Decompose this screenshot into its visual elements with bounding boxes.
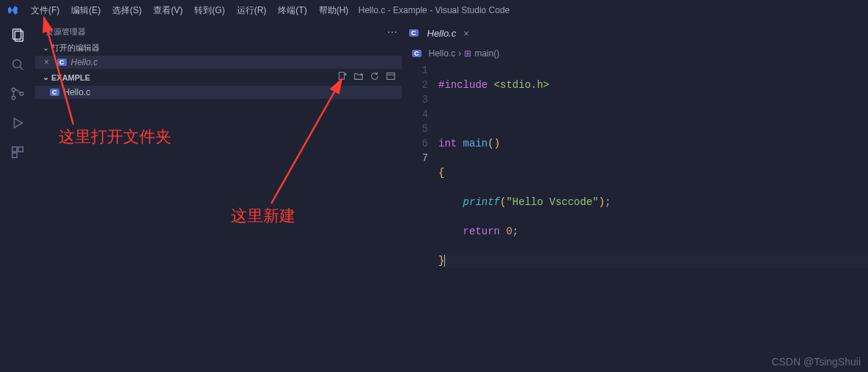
- open-editor-filename: Hello.c: [71, 57, 98, 67]
- lang-badge: C: [412, 50, 422, 57]
- chevron-down-icon: ⌄: [41, 72, 50, 82]
- lang-badge: C: [57, 59, 67, 66]
- extensions-icon[interactable]: [9, 144, 26, 161]
- watermark: CSDN @TsingShuii: [771, 356, 861, 368]
- svg-rect-11: [339, 72, 345, 80]
- code-editor[interactable]: 1 2 3 4 5 6 7 #include <stdio.h> int mai…: [402, 62, 868, 297]
- svg-rect-9: [18, 147, 23, 152]
- menu-run[interactable]: 运行(R): [231, 0, 273, 21]
- text-cursor: [444, 255, 445, 267]
- close-icon[interactable]: ×: [44, 57, 56, 67]
- main-menu: 文件(F) 编辑(E) 选择(S) 查看(V) 转到(G) 运行(R) 终端(T…: [25, 0, 354, 21]
- svg-rect-8: [12, 147, 17, 152]
- vscode-logo-icon: [0, 4, 25, 16]
- menu-view[interactable]: 查看(V): [147, 0, 188, 21]
- line-gutter: 1 2 3 4 5 6 7: [402, 63, 438, 297]
- source-control-icon[interactable]: [9, 85, 26, 103]
- title-bar: 文件(F) 编辑(E) 选择(S) 查看(V) 转到(G) 运行(R) 终端(T…: [0, 0, 868, 21]
- menu-go[interactable]: 转到(G): [188, 0, 230, 21]
- folder-actions: [337, 71, 396, 83]
- svg-rect-16: [387, 73, 395, 80]
- search-icon[interactable]: [9, 56, 26, 73]
- code-content: #include <stdio.h> int main() { printf("…: [438, 63, 868, 297]
- open-editor-item[interactable]: × C Hello.c: [35, 56, 402, 69]
- explorer-sidebar: 资源管理器 ⌄ 打开的编辑器 × C Hello.c ⌄ EXAMPLE: [35, 21, 402, 372]
- explorer-icon[interactable]: [9, 26, 26, 44]
- svg-point-4: [12, 88, 15, 92]
- svg-point-5: [12, 96, 15, 100]
- new-file-icon[interactable]: [337, 71, 347, 83]
- close-icon[interactable]: ×: [463, 28, 469, 39]
- activity-bar: [0, 21, 35, 372]
- folder-header[interactable]: ⌄ EXAMPLE: [35, 69, 402, 86]
- chevron-down-icon: ⌄: [41, 43, 50, 53]
- annotation-open-folder: 这里打开文件夹: [59, 126, 172, 148]
- refresh-icon[interactable]: [369, 71, 380, 83]
- more-icon[interactable]: ⋯: [387, 26, 397, 38]
- svg-point-2: [13, 60, 21, 68]
- symbol-icon: ⊞: [464, 48, 471, 59]
- menu-terminal[interactable]: 终端(T): [272, 0, 312, 21]
- menu-help[interactable]: 帮助(H): [313, 0, 355, 21]
- breadcrumb[interactable]: C Hello.c › ⊞ main(): [402, 45, 868, 62]
- chevron-right-icon: ›: [458, 48, 461, 59]
- sidebar-title: 资源管理器: [35, 21, 402, 40]
- new-folder-icon[interactable]: [353, 71, 364, 83]
- annotation-new-file: 这里新建: [231, 205, 295, 227]
- menu-edit[interactable]: 编辑(E): [65, 0, 106, 21]
- collapse-icon[interactable]: [386, 71, 396, 83]
- lang-badge: C: [50, 89, 59, 96]
- svg-rect-10: [12, 153, 17, 157]
- open-editors-header[interactable]: ⌄ 打开的编辑器: [35, 40, 402, 56]
- editor-area: ⋯ C Hello.c × C Hello.c › ⊞ main() 1 2 3…: [402, 21, 868, 372]
- file-name: Hello.c: [64, 87, 91, 97]
- folder-name: EXAMPLE: [51, 73, 90, 82]
- window-title: Hello.c - Example - Visual Studio Code: [358, 5, 510, 15]
- svg-point-6: [20, 92, 23, 96]
- svg-marker-7: [14, 119, 22, 128]
- menu-file[interactable]: 文件(F): [25, 0, 65, 21]
- file-item[interactable]: C Hello.c: [35, 86, 402, 99]
- lang-badge: C: [409, 29, 419, 37]
- breadcrumb-symbol: main(): [474, 48, 499, 59]
- svg-line-3: [20, 67, 23, 70]
- breadcrumb-file: Hello.c: [429, 48, 456, 59]
- editor-tabs: C Hello.c ×: [402, 21, 868, 45]
- tab-label: Hello.c: [427, 28, 457, 39]
- menu-selection[interactable]: 选择(S): [106, 0, 147, 21]
- open-editors-label: 打开的编辑器: [51, 42, 100, 53]
- tab-hello-c[interactable]: C Hello.c ×: [402, 21, 477, 45]
- run-debug-icon[interactable]: [9, 114, 26, 132]
